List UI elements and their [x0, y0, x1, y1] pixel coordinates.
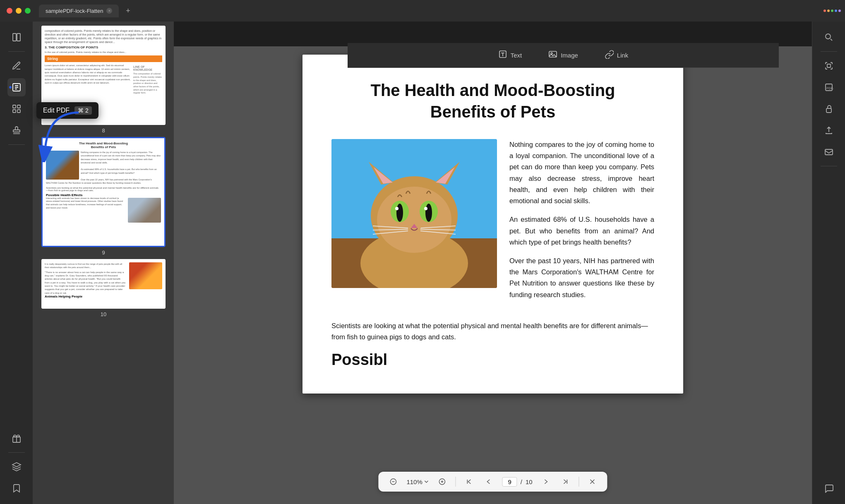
pdf-page: The Health and Mood-Boosting Benefits of…	[302, 55, 683, 394]
svg-rect-46	[826, 108, 831, 113]
bottom-text: Scientists are looking at what the poten…	[331, 320, 654, 343]
sidebar-active-dot	[9, 86, 12, 89]
page-info: / 10	[502, 477, 533, 487]
thumbnail-panel[interactable]: composition of colored points. Points me…	[33, 22, 174, 504]
traffic-lights	[7, 8, 31, 14]
thumbnail-page-9[interactable]: The Health and Mood-BoostingBenefits of …	[37, 137, 170, 256]
svg-rect-7	[13, 130, 20, 132]
active-tab[interactable]: samplePDF-lock-Flatten ×	[39, 5, 119, 17]
total-pages: 10	[526, 478, 533, 485]
shortcut-key: 2	[85, 107, 89, 114]
link-icon	[605, 50, 614, 61]
page9-preview: The Health and Mood-BoostingBenefits of …	[43, 138, 164, 246]
svg-rect-6	[17, 110, 20, 113]
page-number-8: 8	[102, 127, 105, 134]
tab-close-button[interactable]: ×	[106, 8, 112, 14]
first-page-button[interactable]	[463, 475, 476, 488]
page-number-10: 10	[101, 311, 106, 317]
window-icon	[826, 7, 838, 15]
right-export-icon[interactable]	[820, 121, 838, 139]
toolbar-text-button[interactable]: Text	[493, 47, 527, 63]
pagination-divider-1	[456, 477, 456, 487]
zoom-in-button[interactable]	[436, 475, 449, 488]
sidebar-stamp-icon[interactable]	[7, 121, 26, 139]
shortcut-symbol: ⌘	[78, 107, 84, 114]
svg-rect-5	[13, 110, 16, 113]
svg-rect-43	[827, 64, 831, 67]
toolbar-link-label: Link	[617, 52, 629, 59]
right-search-icon[interactable]	[820, 28, 838, 46]
close-pagination-button[interactable]	[586, 475, 599, 488]
sidebar-layers-icon[interactable]	[7, 458, 26, 476]
svg-point-27	[424, 207, 427, 210]
page10-cat-image	[129, 262, 162, 289]
prev-page-button[interactable]	[483, 475, 496, 488]
toolbar-image-label: Image	[561, 52, 578, 59]
main-layout: composition of colored points. Points me…	[0, 22, 845, 504]
text-icon	[498, 50, 507, 61]
page-number-9: 9	[102, 250, 105, 256]
para3: Over the past 10 years, NIH has partnere…	[509, 255, 654, 300]
toolbar-image-button[interactable]: Image	[543, 47, 583, 63]
svg-text:PDF/A: PDF/A	[826, 86, 833, 90]
svg-rect-4	[17, 105, 20, 108]
tooltip-shortcut: ⌘ 2	[74, 106, 92, 115]
page-title-line1: The Health and Mood-Boosting	[370, 81, 615, 99]
svg-point-25	[425, 204, 432, 222]
sidebar-reader-icon[interactable]	[7, 28, 26, 46]
content-text: Nothing compares to the joy of coming ho…	[509, 139, 654, 308]
close-button[interactable]	[7, 8, 12, 14]
right-lock-icon[interactable]	[820, 100, 838, 118]
sidebar-divider-2	[8, 144, 25, 145]
maximize-button[interactable]	[25, 8, 31, 14]
sidebar-organize-icon[interactable]	[7, 100, 26, 118]
sidebar-gift-icon[interactable]	[7, 429, 26, 447]
top-toolbar: Text Image	[348, 43, 779, 68]
para2: An estimated 68% of U.S. households have…	[509, 214, 654, 248]
pagination-bar: 110%	[378, 472, 607, 492]
right-email-icon[interactable]	[820, 143, 838, 161]
content-row: Nothing compares to the joy of coming ho…	[331, 139, 654, 308]
right-pdfa-icon[interactable]: PDF/A	[820, 78, 838, 96]
svg-rect-1	[17, 34, 20, 41]
right-divider-2	[821, 166, 837, 166]
tooltip-label: Edit PDF	[43, 107, 70, 114]
thumb-card-9[interactable]: The Health and Mood-BoostingBenefits of …	[41, 137, 166, 247]
page9-dogs-image	[128, 198, 161, 223]
right-sidebar: PDF/A	[812, 22, 845, 504]
svg-point-26	[395, 207, 398, 210]
svg-point-24	[396, 204, 403, 222]
pagination-divider-2	[579, 477, 579, 487]
page10-preview: It is really desperately curious to find…	[41, 259, 166, 309]
right-comment-icon[interactable]	[820, 479, 838, 497]
new-tab-button[interactable]: +	[122, 5, 134, 17]
right-scan-icon[interactable]	[820, 57, 838, 75]
current-page-input[interactable]	[502, 477, 517, 487]
titlebar: samplePDF-lock-Flatten × +	[0, 0, 845, 22]
tab-title: samplePDF-lock-Flatten	[46, 8, 103, 14]
sidebar-annotate-icon[interactable]	[7, 57, 26, 75]
toolbar-link-button[interactable]: Link	[600, 47, 634, 63]
sidebar-bottom	[7, 429, 26, 497]
page-title-line2: Benefits of Pets	[430, 103, 555, 121]
zoom-level[interactable]: 110%	[406, 478, 429, 485]
sidebar-edit-pdf-icon[interactable]	[7, 78, 26, 96]
para1: Nothing compares to the joy of coming ho…	[509, 139, 654, 206]
left-sidebar	[0, 22, 33, 504]
page9-cat-image	[46, 151, 79, 180]
edit-pdf-tooltip: Edit PDF ⌘ 2	[36, 102, 98, 119]
toolbar-text-label: Text	[511, 52, 522, 59]
minimize-button[interactable]	[16, 8, 22, 14]
cat-image	[331, 139, 497, 288]
image-icon	[548, 50, 557, 61]
next-page-button[interactable]	[539, 475, 552, 488]
page-title: The Health and Mood-Boosting Benefits of…	[331, 79, 654, 122]
sidebar-divider-3	[8, 452, 25, 453]
sidebar-bookmark-icon[interactable]	[7, 479, 26, 497]
tab-bar: samplePDF-lock-Flatten × +	[39, 5, 826, 17]
zoom-out-button[interactable]	[386, 475, 400, 488]
thumb-card-10[interactable]: It is really desperately curious to find…	[41, 259, 166, 309]
thumbnail-page-10[interactable]: It is really desperately curious to find…	[37, 259, 170, 317]
svg-point-21	[377, 187, 451, 253]
last-page-button[interactable]	[559, 475, 572, 488]
